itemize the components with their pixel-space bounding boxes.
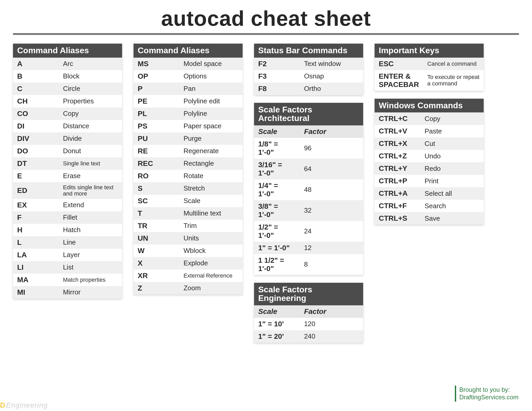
table-row: CTRL+FSearch bbox=[375, 200, 484, 212]
table-row: 1/8" = 1'-0"96 bbox=[254, 138, 363, 159]
credit-line-1: Brought to you by: bbox=[459, 386, 518, 394]
cell-key: PU bbox=[134, 132, 179, 145]
cell-key: SC bbox=[134, 195, 179, 207]
cell-key: PS bbox=[134, 120, 179, 132]
cell-key: MI bbox=[13, 286, 59, 299]
cell-value: 48 bbox=[300, 179, 363, 200]
credit-box: Brought to you by: DraftingServices.com bbox=[455, 386, 518, 402]
cell-value: Print bbox=[420, 175, 484, 187]
cell-value: 240 bbox=[300, 330, 363, 343]
table-row: PEPolyline edit bbox=[134, 95, 243, 107]
table-windows: CTRL+CCopyCTRL+VPasteCTRL+XCutCTRL+ZUndo… bbox=[375, 112, 484, 225]
cell-value: Polyline bbox=[179, 107, 243, 120]
cell-key: CTRL+S bbox=[375, 212, 420, 225]
cell-value: Donut bbox=[59, 145, 122, 157]
cell-key: CTRL+F bbox=[375, 200, 420, 212]
table-row: SCScale bbox=[134, 195, 243, 207]
table-row: LIList bbox=[13, 261, 122, 274]
card-header: Windows Commands bbox=[375, 99, 484, 113]
cell-key: LA bbox=[13, 249, 59, 261]
table-aliases-2: MSModel spaceOPOptionsPPanPEPolyline edi… bbox=[134, 58, 243, 294]
cell-key: OP bbox=[134, 70, 179, 83]
cell-key: XR bbox=[134, 269, 179, 282]
table-row: TRTrim bbox=[134, 220, 243, 232]
card-command-aliases-1: Command Aliases AArcBBlockCCircleCHPrope… bbox=[13, 44, 122, 299]
title-divider bbox=[13, 33, 519, 35]
cell-value: Scale bbox=[179, 195, 243, 207]
cell-value: Regenerate bbox=[179, 145, 243, 157]
cell-value: 96 bbox=[300, 138, 363, 159]
column-3: Status Bar Commands F2Text windowF3Osnap… bbox=[254, 44, 363, 343]
cell-key: CTRL+X bbox=[375, 137, 420, 150]
table-row: 1 1/2" = 1'-0"8 bbox=[254, 254, 363, 275]
cell-value: Wblock bbox=[179, 245, 243, 257]
table-status: F2Text windowF3OsnapF8Ortho bbox=[254, 58, 363, 95]
table-row: CCircle bbox=[13, 83, 122, 95]
column-header-scale: Scale bbox=[254, 305, 300, 318]
table-row: ZZoom bbox=[134, 282, 243, 294]
cell-key: ED bbox=[13, 182, 59, 199]
cell-value: Undo bbox=[420, 150, 484, 162]
cell-value: Paper space bbox=[179, 120, 243, 132]
cell-value: Polyline edit bbox=[179, 95, 243, 107]
table-row: HHatch bbox=[13, 224, 122, 236]
cell-value: Units bbox=[179, 232, 243, 245]
cell-value: Copy bbox=[420, 112, 484, 125]
cell-key: 1" = 10' bbox=[254, 318, 300, 330]
page: autocad cheat sheet Command Aliases AArc… bbox=[0, 0, 532, 411]
cell-key: H bbox=[13, 224, 59, 236]
cell-key: L bbox=[13, 236, 59, 249]
cell-key: X bbox=[134, 257, 179, 269]
table-row: F2Text window bbox=[254, 58, 363, 70]
cell-key: W bbox=[134, 245, 179, 257]
cell-key: C bbox=[13, 83, 59, 95]
cell-key: B bbox=[13, 70, 59, 83]
cell-value: Cut bbox=[420, 137, 484, 150]
cell-key: 1" = 1'-0" bbox=[254, 242, 300, 254]
table-header-row: ScaleFactor bbox=[254, 125, 363, 138]
table-aliases-1: AArcBBlockCCircleCHPropertiesCOCopyDIDis… bbox=[13, 58, 122, 299]
column-4: Important Keys ESCCancel a commandENTER … bbox=[375, 44, 484, 225]
table-row: OPOptions bbox=[134, 70, 243, 83]
credit-line-2: DraftingServices.com bbox=[459, 394, 518, 401]
card-header: Status Bar Commands bbox=[254, 44, 363, 58]
table-row: CTRL+ZUndo bbox=[375, 150, 484, 162]
cell-value: 32 bbox=[300, 200, 363, 221]
cell-value: Edits single line text and more bbox=[59, 182, 122, 199]
table-row: CTRL+VPaste bbox=[375, 125, 484, 137]
cell-value: Ortho bbox=[300, 83, 363, 95]
cell-key: F2 bbox=[254, 58, 300, 70]
table-row: LALayer bbox=[13, 249, 122, 261]
columns: Command Aliases AArcBBlockCCircleCHPrope… bbox=[13, 44, 519, 343]
cell-key: 1" = 20' bbox=[254, 330, 300, 343]
table-row: ENTER & SPACEBARTo execute or repeat a c… bbox=[375, 70, 484, 91]
cell-value: Search bbox=[420, 200, 484, 212]
cell-value: 12 bbox=[300, 242, 363, 254]
table-row: CTRL+XCut bbox=[375, 137, 484, 150]
cell-key: CTRL+V bbox=[375, 125, 420, 137]
cell-value: Paste bbox=[420, 125, 484, 137]
cell-value: Osnap bbox=[300, 70, 363, 83]
cell-value: Match properties bbox=[59, 274, 122, 286]
cell-value: Rectangle bbox=[179, 157, 243, 170]
table-row: F3Osnap bbox=[254, 70, 363, 83]
cell-key: MA bbox=[13, 274, 59, 286]
cell-key: PL bbox=[134, 107, 179, 120]
table-row: CTRL+CCopy bbox=[375, 112, 484, 125]
cell-key: TR bbox=[134, 220, 179, 232]
cell-key: S bbox=[134, 182, 179, 195]
cell-value: Hatch bbox=[59, 224, 122, 236]
cell-key: UN bbox=[134, 232, 179, 245]
table-row: PSPaper space bbox=[134, 120, 243, 132]
table-row: XExplode bbox=[134, 257, 243, 269]
cell-key: RE bbox=[134, 145, 179, 157]
column-header-factor: Factor bbox=[300, 125, 363, 138]
table-row: RERegenerate bbox=[134, 145, 243, 157]
cell-value: Line bbox=[59, 236, 122, 249]
cell-key: CTRL+Y bbox=[375, 162, 420, 175]
cell-value: To execute or repeat a command bbox=[423, 70, 484, 91]
cell-value: Select all bbox=[420, 187, 484, 200]
cell-key: CTRL+P bbox=[375, 175, 420, 187]
cell-value: Extend bbox=[59, 199, 122, 211]
cell-value: Zoom bbox=[179, 282, 243, 294]
